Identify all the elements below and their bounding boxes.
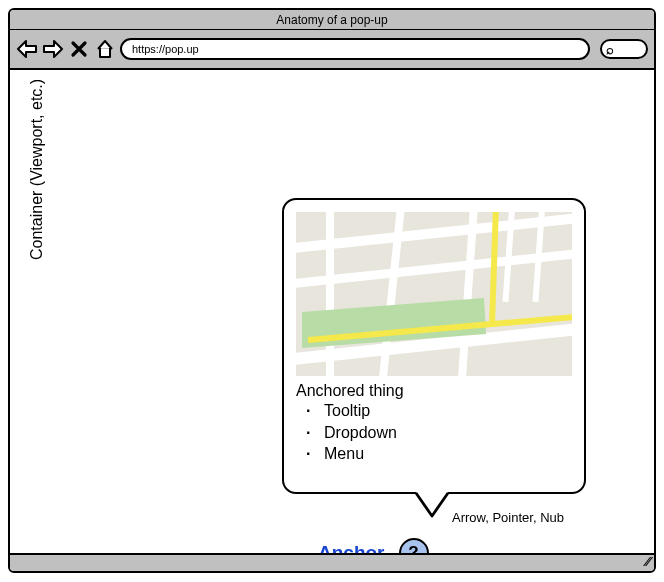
browser-window: Anatomy of a pop-up https://pop.up ⌕ Con… bbox=[8, 8, 656, 573]
forward-icon[interactable] bbox=[42, 38, 64, 60]
arrow-label: Arrow, Pointer, Nub bbox=[452, 510, 564, 525]
svg-marker-10 bbox=[416, 492, 448, 516]
window-title: Anatomy of a pop-up bbox=[276, 13, 387, 27]
browser-toolbar: https://pop.up ⌕ bbox=[10, 30, 654, 70]
url-text: https://pop.up bbox=[132, 40, 199, 58]
resize-grip-icon[interactable]: ⁄⁄ bbox=[646, 554, 650, 569]
url-input[interactable]: https://pop.up bbox=[120, 38, 590, 60]
stop-icon[interactable] bbox=[68, 38, 90, 60]
container-label: Container (Viewport, etc.) bbox=[28, 79, 46, 260]
viewport: Container (Viewport, etc.) bbox=[10, 70, 654, 550]
list-item: Tooltip bbox=[324, 400, 572, 422]
search-icon: ⌕ bbox=[606, 42, 614, 57]
back-icon[interactable] bbox=[16, 38, 38, 60]
popup-card: Anchored thing Tooltip Dropdown Menu bbox=[282, 198, 586, 494]
list-item: Dropdown bbox=[324, 422, 572, 444]
popup-title: Anchored thing bbox=[296, 382, 572, 400]
list-item: Menu bbox=[324, 443, 572, 465]
popup-list: Tooltip Dropdown Menu bbox=[296, 400, 572, 465]
status-bar: ⁄⁄ bbox=[10, 553, 654, 571]
svg-rect-4 bbox=[326, 212, 334, 376]
window-title-bar: Anatomy of a pop-up bbox=[10, 10, 654, 30]
home-icon[interactable] bbox=[94, 38, 116, 60]
search-button[interactable]: ⌕ bbox=[600, 39, 648, 59]
map-image bbox=[296, 212, 572, 376]
